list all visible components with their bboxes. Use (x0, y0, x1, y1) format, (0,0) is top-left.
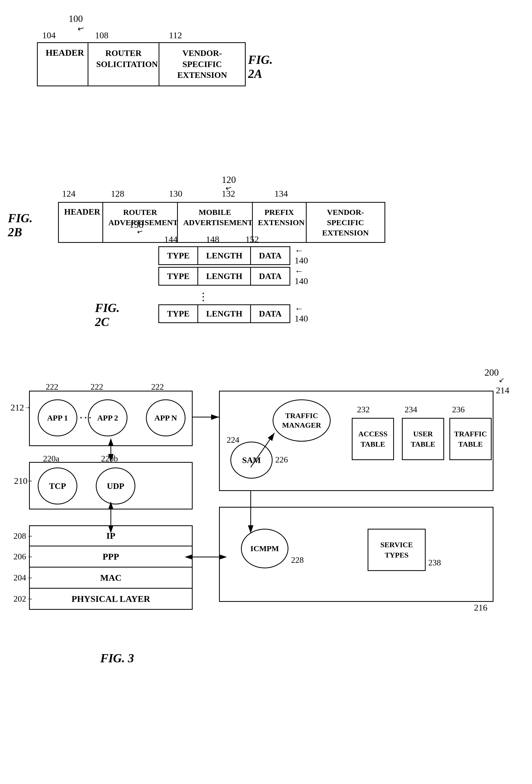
ref-148: 148 (206, 234, 219, 245)
ref-216: 216 (474, 603, 487, 613)
fig3-mid-left-box: 210 → 220a 220b TCP UDP (29, 462, 193, 509)
fig2c-r2-length: LENGTH (198, 268, 251, 285)
page: 100 ↙ 104 108 112 HEADER ROUTERSOLICITAT… (0, 0, 532, 784)
dots-apps: · · · (80, 413, 91, 423)
fig3-bottom-right-box: ICMPM 228 SERVICETYPES 238 216 (219, 507, 494, 602)
fig2c-row3-boxes: TYPE LENGTH DATA (158, 304, 290, 323)
ref-236: 236 (452, 405, 465, 415)
fig2b-box-prefix: PREFIXEXTENSION (253, 203, 307, 242)
fig2b-boxes: HEADER ROUTERADVERTISEMENT MOBILEADVERTI… (58, 202, 385, 243)
fig2c-r1-data: DATA (251, 247, 290, 264)
ref-112: 112 (169, 30, 182, 40)
label-ip: IP (106, 531, 115, 541)
arrow-204: → (27, 574, 33, 581)
fig2c-r2-type: TYPE (159, 268, 198, 285)
ref-144: 144 (164, 234, 178, 245)
ref-104: 104 (42, 30, 56, 40)
ref-234: 234 (405, 405, 417, 415)
fig2c-row2: TYPE LENGTH DATA ← 140 (158, 266, 308, 286)
fig2a-boxes: HEADER ROUTERSOLICITATION VENDOR-SPECIFI… (37, 42, 246, 86)
fig2c-r3-data: DATA (251, 305, 290, 322)
ref-222-3: 222 (151, 382, 164, 392)
ref-222-1: 222 (46, 382, 58, 392)
oval-appN: APP N (146, 399, 185, 436)
fig2b-box-vendor: VENDOR-SPECIFICEXTENSION (307, 203, 384, 242)
oval-udp: UDP (96, 468, 136, 504)
ref-238: 238 (428, 558, 441, 567)
arrow-202: → (27, 595, 33, 603)
oval-sam: SAM (230, 442, 273, 479)
fig2c-dots: ⋮ (198, 290, 209, 303)
fig2c-r1-type: TYPE (159, 247, 198, 264)
fig2a-box-vendor: VENDOR-SPECIFICEXTENSION (159, 43, 245, 86)
fig3-ip-layer: 208 → IP (29, 525, 193, 547)
label-physical: PHYSICAL LAYER (71, 594, 150, 604)
fig3-physical-layer: 202 → PHYSICAL LAYER (29, 589, 193, 610)
fig2c-row2-boxes: TYPE LENGTH DATA (158, 267, 290, 286)
fig2b-title: FIG. 2B (8, 211, 32, 239)
ref-214: 214 (496, 385, 509, 395)
arrow-100: ↙ (76, 23, 86, 34)
oval-app1: APP 1 (38, 399, 77, 436)
ref-222-2: 222 (90, 382, 103, 392)
fig3-apps-box: 222 222 222 APP 1 APP 2 · · · APP N (29, 391, 193, 446)
ref-224: 224 (227, 435, 239, 445)
ref-206: 206 (13, 552, 26, 561)
ref-228: 228 (291, 555, 304, 565)
ref-152: 152 (245, 234, 259, 245)
arrow-210: → (27, 477, 33, 484)
fig3-ppp-layer: 206 → PPP (29, 547, 193, 567)
ref-134: 134 (274, 189, 288, 199)
fig2a-title: FIG. 2A (248, 53, 273, 81)
arrow-140-1: ← 140 (295, 246, 308, 265)
fig2b-box-header: HEADER (59, 203, 103, 242)
fig2c-r2-data: DATA (251, 268, 290, 285)
oval-app2: APP 2 (88, 399, 127, 436)
box-traffic-table: TRAFFICTABLE (449, 418, 492, 460)
arrow-140-3: ← 140 (295, 304, 308, 324)
fig3-title: FIG. 3 (100, 651, 134, 665)
label-ppp: PPP (102, 552, 119, 562)
fig2c-row1: TYPE LENGTH DATA ← 140 (158, 246, 308, 265)
ref-220b: 220b (101, 454, 118, 464)
box-access-table: ACCESSTABLE (352, 418, 394, 460)
arrow-206: → (27, 553, 33, 560)
fig2c-r3-length: LENGTH (198, 305, 251, 322)
fig3-right-top-box: TRAFFICMANAGER 224 SAM 226 232 234 236 A… (219, 391, 494, 491)
ref-220a: 220a (43, 454, 59, 464)
oval-traffic-manager: TRAFFICMANAGER (273, 399, 331, 442)
ref-128: 128 (111, 189, 124, 199)
ref-204: 204 (13, 573, 26, 583)
ref-210: 210 (14, 476, 27, 486)
box-service-types: SERVICETYPES (367, 529, 426, 571)
oval-tcp: TCP (38, 468, 77, 504)
oval-icmpm: ICMPM (241, 529, 289, 568)
fig2a-box-router-sol: ROUTERSOLICITATION (88, 43, 159, 86)
fig2c-r1-length: LENGTH (198, 247, 251, 264)
fig3-mac-layer: 204 → MAC (29, 567, 193, 589)
fig2c-row3: TYPE LENGTH DATA ← 140 (158, 304, 308, 324)
ref-108: 108 (95, 30, 109, 40)
label-mac: MAC (100, 573, 121, 583)
ref-124: 124 (62, 189, 76, 199)
ref-212: 212 (10, 402, 24, 413)
fig2c-row1-boxes: TYPE LENGTH DATA (158, 246, 290, 265)
box-user-table: USERTABLE (402, 418, 444, 460)
arrow-140-2: ← 140 (295, 266, 308, 286)
ref-202: 202 (13, 594, 26, 604)
ref-200: 200 (484, 367, 499, 378)
ref-130: 130 (169, 189, 182, 199)
ref-232: 232 (357, 405, 370, 415)
fig3-section: 200 ↙ 212 → 214 222 222 222 APP 1 APP 2 … (10, 364, 520, 649)
ref-226: 226 (275, 455, 288, 465)
arrow-200: ↙ (499, 376, 505, 384)
fig2c-title: FIG. 2C (95, 301, 120, 329)
ref-208: 208 (13, 531, 26, 541)
fig2c-r3-type: TYPE (159, 305, 198, 322)
ref-132: 132 (222, 189, 235, 199)
arrow-208: → (27, 532, 33, 539)
fig2a-box-header: HEADER (38, 43, 88, 86)
